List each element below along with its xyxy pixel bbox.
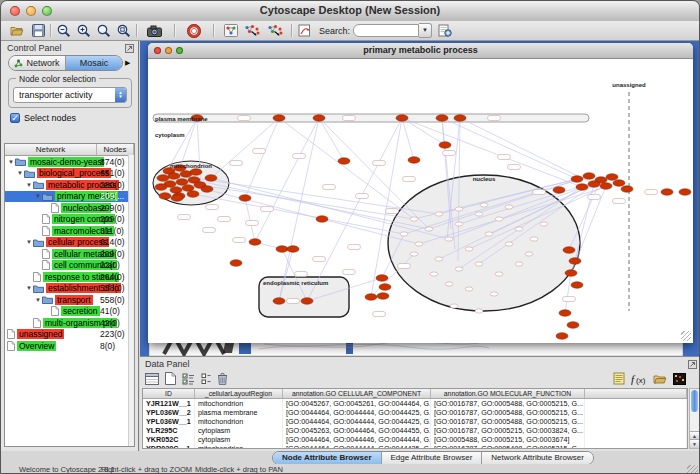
- search-dropdown-arrow-icon[interactable]: ▼: [419, 23, 432, 38]
- graph-node[interactable]: [276, 246, 288, 253]
- network-view-window[interactable]: primary metabolic process plasma membran…: [148, 43, 693, 343]
- graph-node-label[interactable]: [206, 205, 219, 210]
- first-neighbors-alt-icon[interactable]: [267, 23, 283, 39]
- graph-node[interactable]: [190, 169, 202, 176]
- graph-node-small[interactable]: [505, 205, 513, 209]
- tree-row[interactable]: nucleobase-209(0): [5, 202, 134, 214]
- graph-node[interactable]: [230, 260, 242, 267]
- column-go-cellular-component[interactable]: annotation.GO CELLULAR_COMPONENT: [283, 389, 431, 398]
- graph-node-small[interactable]: [455, 222, 463, 226]
- table-row[interactable]: YKR052Ccytoplasm[GO:0044464, GO:0044446,…: [143, 435, 687, 444]
- graph-node[interactable]: [571, 176, 583, 183]
- graph-node[interactable]: [679, 189, 691, 196]
- expand-arrow-icon[interactable]: ▼: [16, 170, 24, 176]
- graph-node[interactable]: [176, 179, 188, 186]
- graph-node-label[interactable]: [218, 217, 231, 222]
- graph-node-label[interactable]: [403, 177, 416, 182]
- table-scrollbar[interactable]: ▲ ▼: [689, 388, 700, 449]
- graph-node[interactable]: [239, 195, 251, 202]
- expand-arrow-icon[interactable]: ▼: [25, 285, 33, 291]
- scroll-down-icon[interactable]: ▼: [690, 439, 699, 448]
- graph-node-label[interactable]: [348, 245, 361, 250]
- graph-node[interactable]: [316, 216, 328, 223]
- tree-row[interactable]: ▼mosaic-demo-yeast874(0): [5, 156, 134, 168]
- graph-node[interactable]: [563, 247, 575, 254]
- graph-node-label[interactable]: [343, 116, 356, 121]
- graph-node-small[interactable]: [455, 267, 463, 271]
- graph-node[interactable]: [396, 115, 408, 122]
- tab-node-attribute-browser[interactable]: Node Attribute Browser: [273, 452, 382, 464]
- tree-row[interactable]: multi-organism pro42(0): [5, 317, 134, 329]
- column-go-molecular-function[interactable]: annotation.GO MOLECULAR_FUNCTION: [431, 389, 585, 398]
- graph-node[interactable]: [408, 157, 420, 164]
- window-titlebar[interactable]: Cytoscape Desktop (New Session): [1, 1, 699, 22]
- graph-node-small[interactable]: [465, 247, 473, 251]
- new-attribute-icon[interactable]: [165, 371, 176, 387]
- graph-node[interactable]: [436, 115, 448, 122]
- network-overview-icon[interactable]: [224, 23, 238, 39]
- table-row[interactable]: YPL036W__1mitochondrion[GO:0044464, GO:0…: [143, 417, 687, 426]
- save-session-icon[interactable]: [32, 23, 45, 39]
- graph-node[interactable]: [553, 187, 565, 194]
- tab-edge-attribute-browser[interactable]: Edge Attribute Browser: [382, 452, 483, 464]
- select-attributes-icon[interactable]: [182, 371, 195, 387]
- search-settings-icon[interactable]: [438, 23, 452, 39]
- zoom-fit-network-icon[interactable]: [117, 23, 131, 39]
- graph-node[interactable]: [376, 275, 388, 282]
- graph-node[interactable]: [621, 186, 633, 193]
- graph-node-small[interactable]: [525, 252, 533, 256]
- tab-network-attribute-browser[interactable]: Network Attribute Browser: [482, 452, 592, 464]
- graph-node-label[interactable]: [563, 297, 576, 302]
- float-panel-icon[interactable]: [125, 44, 134, 53]
- tree-row[interactable]: ▼establishment of lo558(0): [5, 283, 134, 295]
- graph-node[interactable]: [168, 173, 180, 180]
- graph-node[interactable]: [606, 174, 618, 181]
- expand-arrow-icon[interactable]: ▼: [34, 297, 42, 303]
- graph-node-label[interactable]: [323, 185, 336, 190]
- tree-row[interactable]: ▼cellular process614(0): [5, 237, 134, 249]
- graph-node[interactable]: [201, 186, 213, 193]
- matrix-icon[interactable]: [673, 371, 686, 387]
- graph-node[interactable]: [249, 239, 261, 246]
- tab-network[interactable]: Network: [9, 56, 66, 70]
- graph-node-small[interactable]: [475, 262, 483, 266]
- graph-node-small[interactable]: [435, 257, 443, 261]
- graph-node-label[interactable]: [398, 264, 411, 269]
- graph-node[interactable]: [301, 298, 313, 305]
- search-input[interactable]: [353, 24, 419, 37]
- graph-node-small[interactable]: [495, 272, 503, 276]
- close-button[interactable]: [10, 6, 20, 16]
- zoom-selected-region-icon[interactable]: [97, 23, 111, 39]
- tabs-overflow-arrow-icon[interactable]: ▶: [125, 59, 134, 67]
- tab-mosaic[interactable]: Mosaic: [66, 56, 122, 70]
- window-resize-grip-icon[interactable]: [687, 465, 698, 474]
- graph-node-small[interactable]: [515, 227, 523, 231]
- graph-node-label[interactable]: [203, 228, 216, 233]
- graph-node-small[interactable]: [495, 217, 503, 221]
- graph-node[interactable]: [338, 158, 350, 165]
- graph-node[interactable]: [157, 175, 169, 182]
- graph-node-small[interactable]: [425, 227, 433, 231]
- graph-node[interactable]: [205, 175, 217, 182]
- graph-node[interactable]: [170, 187, 182, 194]
- node-color-dropdown[interactable]: transporter activity ▲▼: [13, 87, 127, 103]
- graph-node-small[interactable]: [480, 203, 488, 207]
- first-neighbors-icon[interactable]: [244, 23, 260, 39]
- snapshot-camera-icon[interactable]: [147, 23, 162, 39]
- graph-node-label[interactable]: [588, 195, 601, 200]
- tree-row[interactable]: Overview8(0): [5, 340, 134, 352]
- graph-node-small[interactable]: [435, 212, 443, 216]
- column-id[interactable]: ID: [143, 389, 195, 398]
- graph-node[interactable]: [313, 115, 325, 122]
- graph-node[interactable]: [273, 298, 285, 305]
- graph-node[interactable]: [187, 191, 199, 198]
- tree-column-network[interactable]: Network: [5, 144, 97, 155]
- graph-node-label[interactable]: [356, 194, 369, 199]
- formula-builder-icon[interactable]: f(x): [631, 371, 647, 387]
- graph-node-label[interactable]: [230, 161, 243, 166]
- graph-node-label[interactable]: [233, 238, 246, 243]
- graph-node-label[interactable]: [253, 149, 266, 154]
- graph-node[interactable]: [379, 284, 391, 291]
- graph-node-small[interactable]: [455, 207, 463, 211]
- tree-row[interactable]: nitrogen compo209(0): [5, 214, 134, 226]
